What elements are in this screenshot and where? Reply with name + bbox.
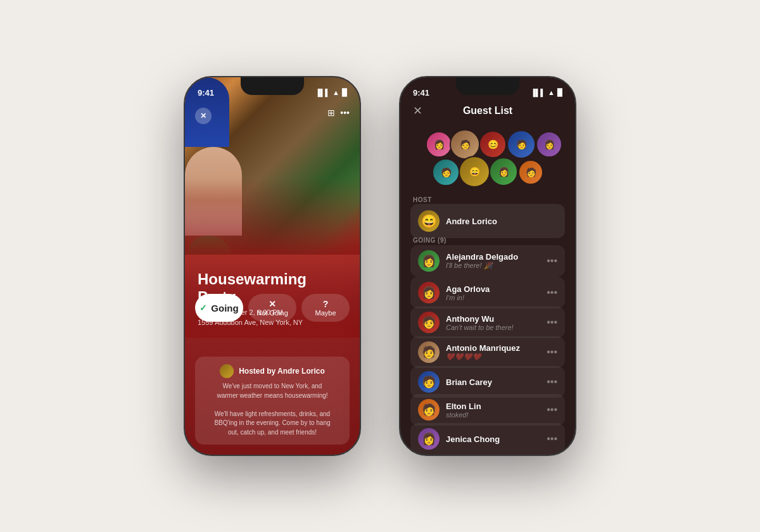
- guest-avatar-5: 🧑: [418, 399, 440, 421]
- guest-status-1: I'm in!: [446, 294, 540, 301]
- guest-more-4[interactable]: •••: [547, 376, 557, 388]
- cluster-avatar-4: 🧑: [507, 130, 536, 159]
- guest-more-1[interactable]: •••: [547, 287, 557, 298]
- guest-row-4[interactable]: 🧑 Brian Carey •••: [410, 366, 565, 398]
- guest-status-3: ❤️❤️❤️❤️: [446, 353, 540, 361]
- guest-list-header: ✕ Guest List: [400, 103, 575, 119]
- guest-name-1: Aga Orlova: [446, 284, 540, 294]
- cluster-avatar-2: 🧑: [450, 129, 480, 160]
- cluster-avatar-9: 🧑: [518, 160, 543, 185]
- guest-more-0[interactable]: •••: [547, 255, 557, 267]
- not-going-button[interactable]: ✕ Not Going: [248, 294, 296, 322]
- status-bar-2: 9:41 ▐▌▌ ▲ ▉: [400, 77, 575, 103]
- guest-name-6: Jenica Chong: [446, 434, 540, 444]
- guest-name-4: Brian Carey: [446, 377, 540, 387]
- going-label: Going: [211, 303, 238, 314]
- rsvp-row: ✓ Going ✕ Not Going ? Maybe: [195, 294, 350, 322]
- guest-row-6[interactable]: 👩 Jenica Chong •••: [410, 423, 565, 455]
- guest-info-6: Jenica Chong: [446, 434, 540, 444]
- guest-list-title: Guest List: [463, 105, 512, 117]
- guest-avatar-1: 👩: [418, 282, 440, 303]
- going-button[interactable]: ✓ Going: [195, 294, 243, 322]
- maybe-button[interactable]: ? Maybe: [301, 294, 350, 322]
- guest-row-2[interactable]: 🧑 Anthony Wu Can't wait to be there! •••: [410, 307, 565, 338]
- person-silhouette-2: [185, 147, 242, 236]
- person-silhouette-3: [185, 236, 232, 255]
- guest-more-2[interactable]: •••: [547, 317, 557, 328]
- host-description: We've just moved to New York, and warmer…: [204, 382, 341, 437]
- wifi-icon-2: ▲: [548, 89, 555, 96]
- guest-more-6[interactable]: •••: [547, 433, 557, 445]
- guest-name-2: Anthony Wu: [446, 314, 540, 324]
- host-section-label: HOST: [413, 196, 432, 203]
- guest-info-0: Alejandra Delgado I'll be there! 🎉: [446, 252, 540, 270]
- guest-name-5: Elton Lin: [446, 402, 540, 411]
- phone-2: 9:41 ▐▌▌ ▲ ▉ ✕ Guest List 👩 🧑 😊 🧑 👩: [399, 76, 576, 456]
- guest-more-5[interactable]: •••: [547, 404, 557, 415]
- guest-row-5[interactable]: 🧑 Elton Lin stoked! •••: [410, 394, 565, 426]
- going-section-label: GOING (9): [413, 237, 446, 244]
- guest-info-3: Antonio Manriquez ❤️❤️❤️❤️: [446, 343, 540, 361]
- close-button[interactable]: ✕: [195, 108, 212, 124]
- host-name: Hosted by Andre Lorico: [239, 367, 325, 376]
- guest-avatar-3: 🧑: [418, 341, 440, 363]
- going-check-icon: ✓: [200, 303, 207, 313]
- maybe-icon: ?: [323, 299, 329, 309]
- guest-name-3: Antonio Manriquez: [446, 343, 540, 353]
- guest-name-0: Alejandra Delgado: [446, 252, 540, 262]
- photo-action-icons: ⊞ •••: [327, 108, 350, 118]
- status-icons: ▐▌▌ ▲ ▉: [315, 89, 347, 97]
- guest-status-0: I'll be there! 🎉: [446, 262, 540, 270]
- not-going-label: Not Going: [256, 309, 288, 317]
- status-icons-2: ▐▌▌ ▲ ▉: [531, 89, 562, 97]
- status-time-2: 9:41: [413, 88, 429, 98]
- battery-icon: ▉: [342, 89, 347, 97]
- guest-status-2: Can't wait to be there!: [446, 324, 540, 331]
- wifi-icon: ▲: [332, 89, 339, 96]
- battery-icon-2: ▉: [557, 89, 562, 97]
- signal-icon: ▐▌▌: [315, 89, 330, 96]
- avatar-cluster: 👩 🧑 😊 🧑 👩 🧑 😄 👩 🧑: [413, 128, 562, 191]
- cluster-avatar-7: 😄: [459, 156, 490, 187]
- host-info: Andre Lorico: [446, 217, 557, 226]
- not-going-icon: ✕: [269, 299, 276, 309]
- guest-avatar-0: 👩: [418, 250, 440, 272]
- guest-info-2: Anthony Wu Can't wait to be there!: [446, 314, 540, 331]
- host-name-row: Andre Lorico: [446, 217, 557, 226]
- cluster-avatar-1: 👩: [426, 131, 452, 158]
- host-header: Hosted by Andre Lorico: [204, 364, 341, 378]
- guest-avatar-6: 👩: [418, 428, 440, 450]
- photo-gallery-icon[interactable]: ⊞: [327, 108, 335, 118]
- guest-info-4: Brian Carey: [446, 377, 540, 387]
- cluster-avatar-8: 👩: [489, 157, 518, 186]
- host-card: Hosted by Andre Lorico We've just moved …: [195, 357, 350, 445]
- host-row: 😄 Andre Lorico: [410, 204, 565, 238]
- cluster-avatar-3: 😊: [479, 130, 507, 158]
- phone-1: 9:41 ▐▌▌ ▲ ▉ ✕ ⊞ ••• Housewarming Party …: [184, 76, 361, 456]
- signal-icon-2: ▐▌▌: [531, 89, 545, 96]
- guest-more-3[interactable]: •••: [547, 346, 557, 358]
- cluster-avatar-6: 🧑: [432, 158, 460, 186]
- guest-avatar-2: 🧑: [418, 312, 440, 333]
- guest-status-5: stoked!: [446, 411, 540, 419]
- guest-avatar-4: 🧑: [418, 371, 440, 393]
- maybe-label: Maybe: [315, 309, 336, 317]
- host-avatar: [220, 364, 234, 378]
- host-avatar-row: 😄: [418, 210, 440, 232]
- guest-row-1[interactable]: 👩 Aga Orlova I'm in! •••: [410, 277, 565, 308]
- close-button-2[interactable]: ✕: [413, 104, 422, 118]
- cluster-avatar-5: 👩: [536, 131, 562, 158]
- more-icon[interactable]: •••: [340, 108, 350, 118]
- guest-row-3[interactable]: 🧑 Antonio Manriquez ❤️❤️❤️❤️ •••: [410, 336, 565, 368]
- hero-photo: [185, 77, 360, 255]
- status-bar: 9:41 ▐▌▌ ▲ ▉: [185, 77, 360, 103]
- guest-row-0[interactable]: 👩 Alejandra Delgado I'll be there! 🎉 •••: [410, 245, 565, 277]
- guest-info-1: Aga Orlova I'm in!: [446, 284, 540, 301]
- status-time: 9:41: [198, 88, 214, 98]
- guest-info-5: Elton Lin stoked!: [446, 402, 540, 419]
